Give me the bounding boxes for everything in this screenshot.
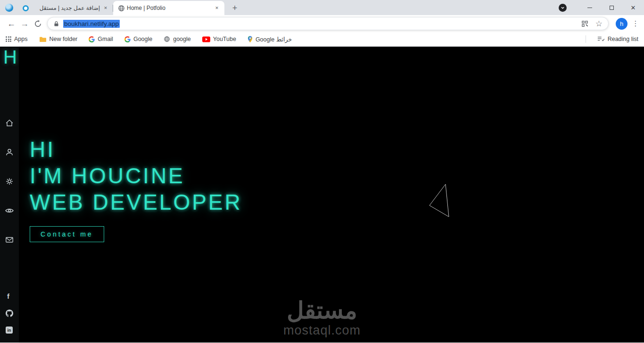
apps-shortcut[interactable]: Apps — [6, 36, 28, 42]
triangle-decoration — [426, 180, 454, 220]
bookmark-gmail[interactable]: Gmail — [89, 36, 113, 42]
forward-icon[interactable]: → — [18, 17, 31, 30]
hero-line-1: HI — [30, 136, 242, 163]
watermark-arabic: مستقل — [0, 299, 644, 322]
about-person-icon[interactable] — [5, 147, 14, 157]
youtube-icon — [202, 36, 210, 42]
browser-logo-icon — [5, 4, 13, 12]
browser-menu-icon[interactable]: ⋮ — [632, 19, 639, 28]
browser-window: إضافة عمل جديد | مستقل ✕ Home | Potfolio… — [0, 0, 644, 343]
tab-title: Home | Potfolio — [127, 5, 211, 11]
profile-avatar[interactable]: h — [616, 18, 627, 30]
bookmark-google-globe[interactable]: google — [164, 36, 191, 42]
maximize-button[interactable] — [601, 0, 622, 15]
apps-grid-icon — [6, 36, 11, 42]
bookmark-star-icon[interactable]: ☆ — [595, 20, 603, 28]
hero-line-2: I'M HOUCINE — [30, 163, 242, 189]
bookmark-google[interactable]: Google — [124, 36, 152, 42]
address-bar[interactable]: boukhari.netlify.app ☆ — [47, 17, 609, 30]
bookmarks-bar: Apps New folder Gmail — [0, 32, 644, 47]
qr-code-icon[interactable] — [581, 20, 588, 27]
bookmark-google-maps[interactable]: Google خرائط — [248, 36, 292, 43]
site-sidebar: H — [0, 47, 19, 343]
omnibox-actions: ☆ — [581, 20, 603, 28]
minimize-button[interactable] — [579, 0, 601, 15]
nav-bar: ← → boukhari.netlify.app — [0, 15, 644, 32]
reload-icon[interactable] — [31, 17, 44, 30]
portfolio-eye-icon[interactable] — [5, 206, 14, 215]
site-logo[interactable]: H — [3, 47, 17, 68]
lock-icon — [53, 21, 59, 27]
mostaql-favicon — [23, 5, 29, 11]
reading-list-icon — [597, 36, 604, 42]
hero-line-3: WEB DEVELOPER — [30, 189, 242, 215]
close-button[interactable]: ✕ — [622, 0, 644, 15]
title-bar: إضافة عمل جديد | مستقل ✕ Home | Potfolio… — [0, 0, 644, 15]
chrome-update-icon[interactable] — [559, 4, 567, 12]
tab-title: إضافة عمل جديد | مستقل — [31, 5, 100, 11]
google-g-icon — [89, 36, 95, 42]
globe-favicon — [118, 5, 125, 12]
tab-mostaql[interactable]: إضافة عمل جديد | مستقل ✕ — [18, 1, 113, 15]
bookmark-new-folder[interactable]: New folder — [39, 36, 78, 42]
services-gear-icon[interactable] — [5, 177, 14, 186]
tab-close-icon[interactable]: ✕ — [213, 4, 221, 12]
contact-mail-icon[interactable] — [5, 235, 14, 245]
folder-icon — [39, 36, 47, 42]
tab-close-icon[interactable]: ✕ — [102, 4, 109, 12]
new-tab-button[interactable]: + — [228, 1, 241, 15]
window-controls: ✕ — [559, 0, 644, 15]
home-icon[interactable] — [5, 118, 14, 128]
watermark-latin: mostaql.com — [0, 323, 644, 338]
maps-pin-icon — [248, 36, 253, 43]
contact-me-button[interactable]: Contact me — [30, 226, 104, 242]
globe-icon — [164, 36, 170, 42]
mostaql-watermark: مستقل mostaql.com — [0, 299, 644, 338]
bookmark-youtube[interactable]: YouTube — [202, 36, 236, 42]
hero-section: HI I'M HOUCINE WEB DEVELOPER Contact me — [30, 136, 242, 242]
back-icon[interactable]: ← — [5, 17, 18, 30]
google-g-icon — [124, 36, 131, 42]
url-text[interactable]: boukhari.netlify.app — [63, 20, 120, 27]
reading-list[interactable]: Reading list — [586, 35, 638, 43]
divider — [586, 35, 586, 43]
page-content: H — [0, 47, 644, 343]
tab-portfolio-active[interactable]: Home | Potfolio ✕ — [113, 1, 224, 15]
